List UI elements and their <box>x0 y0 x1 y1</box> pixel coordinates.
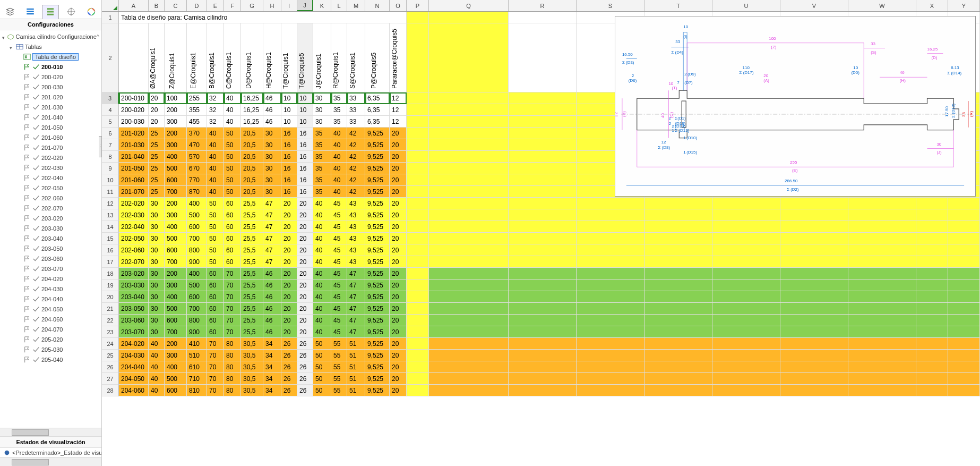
cell[interactable]: 25,5 <box>241 315 263 326</box>
cell[interactable] <box>577 385 644 396</box>
cell[interactable] <box>712 221 780 233</box>
cell[interactable] <box>509 151 577 163</box>
cell[interactable]: 55 <box>331 385 347 396</box>
cell[interactable]: 204-030 <box>119 350 149 361</box>
row-header[interactable]: 5 <box>102 116 119 128</box>
cell[interactable]: 20 <box>390 303 407 315</box>
param-header-cell[interactable] <box>509 23 577 92</box>
cell[interactable]: 30 <box>149 291 165 303</box>
cell[interactable]: 16,25 <box>241 116 263 128</box>
cell[interactable] <box>948 303 980 315</box>
config-item[interactable]: 200-020 <box>0 72 101 82</box>
row-header[interactable]: 1 <box>102 12 119 23</box>
col-header-I[interactable]: I <box>281 0 297 11</box>
col-header-P[interactable]: P <box>407 0 429 11</box>
cell[interactable]: 25,5 <box>241 268 263 279</box>
param-header-cell[interactable]: S@Croquis1 <box>347 23 365 92</box>
config-item[interactable]: 205-040 <box>0 354 101 365</box>
panel-splitter-handle[interactable]: ⋮ <box>99 136 102 157</box>
col-header-R[interactable]: R <box>509 0 577 11</box>
cell[interactable]: 40 <box>207 128 224 139</box>
cell[interactable]: 30 <box>263 186 281 198</box>
cell[interactable] <box>407 163 429 174</box>
cell[interactable]: 30 <box>149 198 165 209</box>
cell[interactable] <box>509 116 577 128</box>
cell[interactable]: 470 <box>187 139 207 151</box>
cell[interactable]: 43 <box>347 256 365 268</box>
param-header-cell[interactable]: J@Croquis1 <box>313 23 331 92</box>
cell[interactable]: 50 <box>224 139 241 151</box>
cell[interactable] <box>848 198 916 209</box>
config-item[interactable]: 202-030 <box>0 163 101 173</box>
cell[interactable] <box>509 221 577 233</box>
cell[interactable]: 30 <box>149 209 165 221</box>
cell[interactable]: 670 <box>187 163 207 174</box>
cell[interactable]: 400 <box>187 268 207 279</box>
cell[interactable] <box>948 373 980 385</box>
cell[interactable]: 370 <box>187 128 207 139</box>
cell[interactable] <box>948 244 980 256</box>
cell[interactable]: 10 <box>281 92 297 104</box>
cell[interactable]: 20 <box>297 315 313 326</box>
cell[interactable]: 200 <box>165 104 187 116</box>
cell[interactable] <box>407 268 429 279</box>
cell[interactable]: 9,525 <box>365 233 390 244</box>
cell[interactable]: 600 <box>187 221 207 233</box>
param-header-cell[interactable] <box>407 23 429 92</box>
cell[interactable]: 25,5 <box>241 279 263 291</box>
cell[interactable]: 35 <box>331 104 347 116</box>
cell[interactable] <box>509 12 577 23</box>
cell[interactable]: 25,5 <box>241 244 263 256</box>
cell[interactable]: 20 <box>390 326 407 338</box>
row-header[interactable]: 16 <box>102 244 119 256</box>
cell[interactable]: 20 <box>281 315 297 326</box>
cell[interactable] <box>780 350 848 361</box>
cell[interactable] <box>407 221 429 233</box>
cell[interactable]: 40 <box>207 151 224 163</box>
cell[interactable]: 35 <box>313 128 331 139</box>
cell[interactable]: 30,5 <box>241 361 263 373</box>
cell[interactable] <box>948 256 980 268</box>
cell[interactable]: 20 <box>390 174 407 186</box>
cell[interactable] <box>916 350 948 361</box>
cell[interactable] <box>509 385 577 396</box>
cell[interactable] <box>407 12 429 23</box>
config-item[interactable]: 203-070 <box>0 264 101 274</box>
cell[interactable]: 43 <box>347 244 365 256</box>
cell[interactable]: 30 <box>149 326 165 338</box>
col-header-K[interactable]: K <box>313 0 331 11</box>
param-header-cell[interactable]: T@Croquis1 <box>281 23 297 92</box>
cell[interactable]: 20 <box>149 92 165 104</box>
cell[interactable]: 16,25 <box>241 92 263 104</box>
cell[interactable] <box>407 361 429 373</box>
cell[interactable]: 46 <box>263 291 281 303</box>
cell[interactable]: 47 <box>263 256 281 268</box>
cell[interactable]: 45 <box>331 209 347 221</box>
cell[interactable]: 12 <box>390 92 407 104</box>
cell[interactable]: 20 <box>297 209 313 221</box>
config-item[interactable]: 201-030 <box>0 102 101 112</box>
cell[interactable] <box>429 221 509 233</box>
cell[interactable]: 80 <box>224 385 241 396</box>
cell[interactable] <box>644 279 712 291</box>
cell[interactable] <box>407 244 429 256</box>
cell[interactable] <box>577 303 644 315</box>
cell[interactable] <box>429 350 509 361</box>
cell[interactable] <box>407 326 429 338</box>
cell[interactable]: 400 <box>187 198 207 209</box>
cell[interactable] <box>509 279 577 291</box>
cell[interactable] <box>948 233 980 244</box>
cell[interactable]: 200-020 <box>119 104 149 116</box>
cell[interactable]: 202-030 <box>119 209 149 221</box>
cell[interactable]: 33 <box>347 116 365 128</box>
cell[interactable] <box>509 163 577 174</box>
cell[interactable]: 202-020 <box>119 198 149 209</box>
cell[interactable]: 201-070 <box>119 186 149 198</box>
cell[interactable]: 16 <box>281 139 297 151</box>
cell[interactable] <box>407 209 429 221</box>
cell[interactable] <box>509 104 577 116</box>
row-header[interactable]: 12 <box>102 198 119 209</box>
cell[interactable]: 30 <box>263 174 281 186</box>
cell[interactable]: 20 <box>281 291 297 303</box>
cell[interactable]: 6,35 <box>365 104 390 116</box>
